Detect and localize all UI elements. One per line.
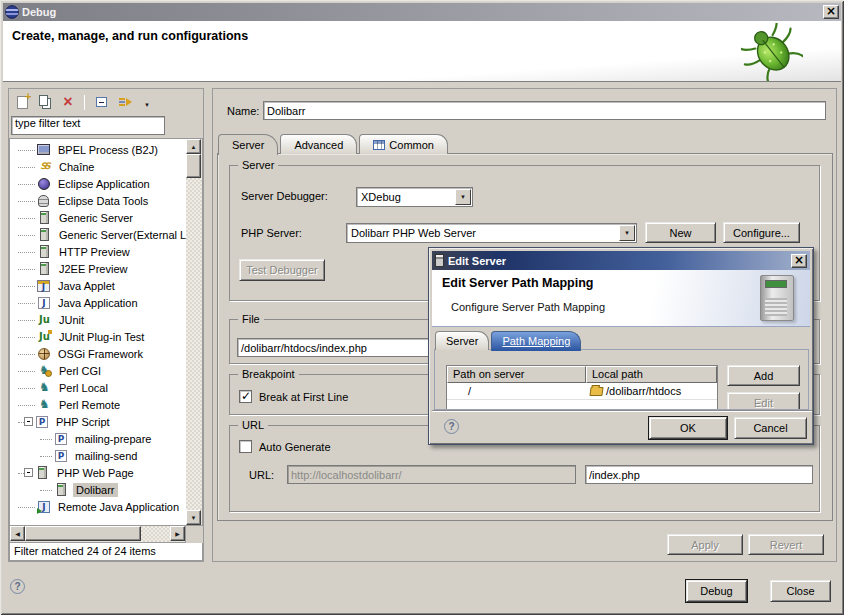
dialog-tab-server[interactable]: Server — [435, 331, 489, 350]
php-server-select[interactable]: Dolibarr PHP Web Server — [346, 223, 637, 243]
horizontal-scroll-thumb[interactable] — [25, 526, 141, 541]
dialog-heading: Edit Server Path Mapping — [442, 276, 593, 290]
configure-server-button[interactable]: Configure... — [723, 222, 800, 243]
debug-configurations-window: Debug Create, manage, and run configurat… — [0, 0, 844, 615]
tree-item-http-preview[interactable]: HTTP Preview — [10, 243, 186, 260]
column-local-path[interactable]: Local path — [586, 366, 717, 383]
tree-item-java-applet[interactable]: JJava Applet — [10, 277, 186, 294]
duplicate-icon[interactable] — [36, 93, 54, 111]
column-path-on-server[interactable]: Path on server — [447, 366, 586, 383]
auto-generate-label: Auto Generate — [259, 441, 331, 453]
tree-item-php-web-page[interactable]: PHP Web Page — [10, 464, 186, 481]
tree-item-j2ee-preview[interactable]: J2EE Preview — [10, 260, 186, 277]
tree-item-cha-ne[interactable]: SSChaîne — [10, 158, 186, 175]
tree-expander-icon[interactable] — [24, 468, 33, 477]
help-icon[interactable] — [10, 579, 25, 594]
tree-item-junit-plug-in-test[interactable]: JuJUnit Plug-in Test — [10, 328, 186, 345]
tree-item-generic-server-external-la[interactable]: Generic Server(External La — [10, 226, 186, 243]
sidebar-toolbar — [9, 89, 203, 115]
scroll-up-icon[interactable]: ▲ — [186, 139, 201, 154]
server-group-title: Server — [238, 159, 278, 171]
configurations-sidebar: type filter text BPEL Process (B2J)SSCha… — [8, 88, 204, 562]
dropdown-arrow-icon[interactable] — [138, 93, 156, 111]
new-launch-config-icon[interactable] — [13, 93, 31, 111]
tab-server[interactable]: Server — [218, 134, 278, 155]
tree-item-osgi-framework[interactable]: OSGi Framework — [10, 345, 186, 362]
edit-server-header: Edit Server Path Mapping Configure Serve… — [432, 270, 810, 327]
edit-mapping-button[interactable]: Edit — [727, 392, 800, 410]
break-first-line-label: Break at First Line — [259, 391, 348, 403]
tree-vertical-scrollbar[interactable]: ▲ ▼ — [186, 138, 203, 526]
tree-item-dolibarr[interactable]: Dolibarr — [10, 481, 186, 498]
dialog-tab-path-mapping[interactable]: Path Mapping — [491, 331, 581, 351]
file-group-title: File — [238, 313, 264, 325]
tree-item-php-script[interactable]: PPHP Script — [10, 413, 186, 430]
folder-icon — [589, 387, 603, 396]
new-server-button[interactable]: New — [645, 222, 716, 243]
scroll-left-icon[interactable]: ◀ — [10, 526, 25, 541]
tree-item-eclipse-data-tools[interactable]: Eclipse Data Tools — [10, 192, 186, 209]
add-mapping-button[interactable]: Add — [727, 365, 800, 386]
filter-input[interactable]: type filter text — [11, 116, 165, 135]
break-first-line-checkbox[interactable] — [239, 390, 252, 403]
name-input[interactable]: Dolibarr — [263, 101, 826, 120]
tree-item-perl-cgi[interactable]: ♞Perl CGI — [10, 362, 186, 379]
vertical-scroll-thumb[interactable] — [186, 154, 201, 178]
dialog-footer: OK Cancel — [432, 410, 812, 443]
test-debugger-button[interactable]: Test Debugger — [239, 259, 325, 281]
tree-item-generic-server[interactable]: Generic Server — [10, 209, 186, 226]
eclipse-icon — [5, 5, 19, 19]
dialog-close-button[interactable] — [791, 254, 807, 268]
path-mapping-content: Path on server Local path //dolibarr/htd… — [434, 349, 809, 410]
cancel-button[interactable]: Cancel — [734, 417, 807, 439]
filter-icon[interactable] — [115, 93, 133, 111]
url-label: URL: — [249, 469, 274, 481]
server-debugger-select[interactable]: XDebug — [356, 187, 473, 207]
tree-item-remote-java-application[interactable]: JRemote Java Application — [10, 498, 186, 515]
tree-item-perl-local[interactable]: ♞Perl Local — [10, 379, 186, 396]
close-button[interactable]: Close — [770, 580, 831, 602]
perl-icon: ♞ — [37, 398, 52, 412]
auto-generate-checkbox[interactable] — [239, 440, 252, 453]
tree-expander-icon[interactable] — [24, 417, 33, 426]
dialog-subheading: Configure Server Path Mapping — [451, 301, 605, 313]
window-close-button[interactable] — [823, 5, 839, 19]
breakpoint-group-title: Breakpoint — [238, 368, 299, 380]
config-tree[interactable]: BPEL Process (B2J)SSChaîneEclipse Applic… — [9, 138, 186, 526]
debug-button[interactable]: Debug — [686, 580, 747, 602]
java-applet-icon: J — [37, 280, 50, 292]
osgi-icon — [38, 348, 50, 360]
delete-icon[interactable] — [59, 93, 77, 111]
url-path-input[interactable]: /index.php — [585, 465, 813, 484]
bpel-process-icon — [37, 144, 50, 155]
table-icon — [373, 140, 385, 150]
revert-button[interactable]: Revert — [748, 534, 824, 555]
chevron-down-icon[interactable] — [619, 225, 635, 241]
window-titlebar: Debug — [3, 3, 841, 21]
tree-item-perl-remote[interactable]: ♞Perl Remote — [10, 396, 186, 413]
tree-item-java-application[interactable]: JJava Application — [10, 294, 186, 311]
ok-button[interactable]: OK — [649, 417, 727, 439]
remote-java-icon: J — [38, 501, 50, 513]
tree-item-mailing-send[interactable]: Pmailing-send — [10, 447, 186, 464]
server-icon — [40, 211, 49, 224]
tab-advanced[interactable]: Advanced — [280, 134, 357, 154]
tree-item-eclipse-application[interactable]: Eclipse Application — [10, 175, 186, 192]
edit-server-tabs: Server Path Mapping — [435, 329, 583, 350]
apply-button[interactable]: Apply — [667, 534, 743, 555]
tree-item-bpel-process-b2j[interactable]: BPEL Process (B2J) — [10, 141, 186, 158]
url-group-title: URL — [238, 419, 268, 431]
php-script-icon: P — [36, 416, 48, 428]
tree-item-mailing-prepare[interactable]: Pmailing-prepare — [10, 430, 186, 447]
tree-item-junit[interactable]: JuJUnit — [10, 311, 186, 328]
chaine-icon: SS — [37, 160, 52, 174]
chevron-down-icon[interactable] — [455, 189, 471, 205]
help-icon[interactable] — [444, 419, 459, 434]
scroll-down-icon[interactable]: ▼ — [186, 510, 201, 525]
tab-common[interactable]: Common — [359, 134, 448, 154]
tree-horizontal-scrollbar[interactable]: ◀ ▶ — [9, 526, 186, 543]
php-web-icon — [57, 483, 66, 496]
path-mapping-row[interactable]: //dolibarr/htdocs — [447, 383, 717, 399]
collapse-all-icon[interactable] — [92, 93, 110, 111]
scroll-right-icon[interactable]: ▶ — [170, 526, 185, 541]
